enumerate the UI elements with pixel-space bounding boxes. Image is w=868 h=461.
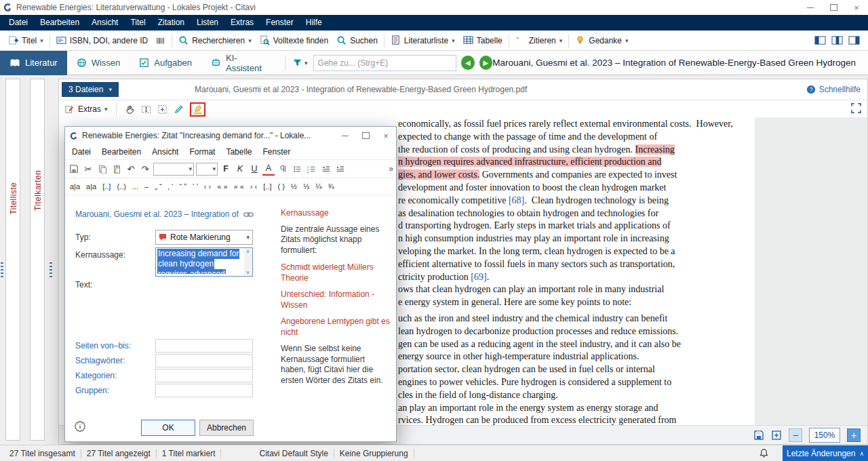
tab-literatur[interactable]: Literatur bbox=[0, 51, 67, 75]
special-char-button[interactable]: ¾ bbox=[326, 180, 336, 193]
save-copy-icon[interactable] bbox=[753, 430, 764, 441]
dialog-menu-item-datei[interactable]: Datei bbox=[66, 147, 96, 157]
quick-help-link[interactable]: ? Schnellhilfe bbox=[806, 85, 861, 94]
extras-dropdown-button[interactable]: Extras ▾ bbox=[64, 104, 108, 115]
cancel-button[interactable]: Abbrechen bbox=[199, 420, 254, 436]
goto-filter-icon[interactable]: ▾ bbox=[292, 58, 308, 68]
kategorien-label[interactable]: Kategorien: bbox=[75, 371, 117, 380]
menu-item-bearbeiten[interactable]: Bearbeiten bbox=[34, 15, 85, 31]
undo-icon[interactable]: ↶ bbox=[125, 163, 137, 175]
zitieren-button[interactable]: ” Zitieren▾ bbox=[511, 33, 567, 47]
gedanke-button[interactable]: Gedanke▾ bbox=[571, 33, 632, 47]
minimize-button[interactable] bbox=[335, 127, 355, 144]
special-char-button[interactable]: (..) bbox=[115, 180, 127, 193]
layout-split-left-icon[interactable] bbox=[814, 35, 826, 45]
underline-button[interactable]: U bbox=[248, 163, 260, 175]
special-char-button[interactable]: “ ” bbox=[178, 180, 189, 193]
scroll-up-icon[interactable]: ∧ bbox=[246, 249, 250, 254]
text-select-tool-icon[interactable] bbox=[141, 104, 151, 115]
back-button[interactable]: ◀ bbox=[461, 56, 475, 70]
seiten-input[interactable] bbox=[155, 339, 253, 353]
cut-icon[interactable]: ✂ bbox=[82, 163, 94, 175]
hand-tool-icon[interactable] bbox=[125, 104, 135, 115]
font-size-select[interactable]: ▾ bbox=[196, 163, 218, 176]
forward-button[interactable]: ▶ bbox=[479, 56, 493, 70]
menu-item-listen[interactable]: Listen bbox=[191, 15, 224, 31]
info-circle-icon[interactable] bbox=[75, 421, 85, 432]
save-icon[interactable] bbox=[68, 163, 80, 175]
special-char-button[interactable]: « » bbox=[215, 180, 229, 193]
zoom-level[interactable]: 150% bbox=[809, 428, 840, 443]
menu-item-extras[interactable]: Extras bbox=[224, 15, 260, 31]
schlagwoerter-label[interactable]: Schlagwörter: bbox=[75, 356, 125, 365]
dialog-menu-item-format[interactable]: Format bbox=[184, 147, 220, 157]
files-dropdown-button[interactable]: 3 Dateien ▾ bbox=[62, 82, 119, 97]
sidebar-tab-titelkarten[interactable]: Titelkarten bbox=[33, 170, 43, 211]
tabelle-button[interactable]: Tabelle bbox=[459, 33, 507, 47]
layout-split-center-icon[interactable] bbox=[831, 35, 843, 45]
dialog-menu-item-ansicht[interactable]: Ansicht bbox=[146, 147, 184, 157]
special-char-button[interactable]: [..] bbox=[261, 180, 273, 193]
special-char-button[interactable]: › ‹ bbox=[248, 180, 259, 193]
bullet-list-icon[interactable] bbox=[291, 163, 303, 175]
help-link[interactable]: Schmidt widerlegt Müllers Theorie bbox=[281, 262, 391, 283]
special-char-button[interactable]: ‹ › bbox=[202, 180, 213, 193]
special-char-button[interactable]: ½ bbox=[289, 180, 299, 193]
sidebar-tab-titelliste[interactable]: Titelliste bbox=[9, 182, 18, 215]
indent-icon[interactable] bbox=[334, 163, 346, 175]
kategorien-input[interactable] bbox=[155, 369, 253, 382]
special-char-button[interactable]: » « bbox=[232, 180, 246, 193]
toolbar-overflow-icon[interactable]: » bbox=[389, 164, 393, 174]
special-char-button[interactable]: „ “ bbox=[153, 180, 163, 193]
tab-aufgaben[interactable]: Aufgaben bbox=[130, 51, 201, 75]
special-char-button[interactable]: a|a bbox=[84, 180, 98, 193]
special-char-button[interactable]: a|a bbox=[68, 180, 82, 193]
pen-annotation-tool-icon[interactable] bbox=[174, 104, 184, 115]
last-changes-button[interactable]: Letzte Änderungen ∧ bbox=[783, 445, 868, 461]
fit-page-icon[interactable] bbox=[771, 430, 782, 441]
gruppen-input[interactable] bbox=[155, 384, 253, 397]
minimize-button[interactable] bbox=[799, 0, 822, 15]
paste-icon[interactable] bbox=[111, 163, 123, 175]
dialog-menu-item-tabelle[interactable]: Tabelle bbox=[220, 147, 257, 157]
tab-ki-assistent[interactable]: KI-Assistent bbox=[201, 51, 278, 75]
redo-icon[interactable]: ↷ bbox=[139, 163, 151, 175]
special-char-button[interactable]: ¼ bbox=[313, 180, 323, 193]
menu-item-fenster[interactable]: Fenster bbox=[260, 15, 300, 31]
volltexte-finden-button[interactable]: Volltexte finden bbox=[256, 33, 332, 47]
maximize-button[interactable] bbox=[822, 0, 845, 15]
dialog-menu-item-fenster[interactable]: Fenster bbox=[257, 147, 296, 157]
kernaussage-scrollbar[interactable]: ∧ ∨ bbox=[244, 249, 252, 275]
close-button[interactable]: × bbox=[376, 127, 396, 144]
help-link[interactable]: Angeborene Lerntypen gibt es nicht bbox=[281, 317, 391, 338]
barcode-scan-button[interactable] bbox=[152, 34, 170, 47]
menu-item-ansicht[interactable]: Ansicht bbox=[85, 15, 124, 31]
zoom-in-button[interactable]: + bbox=[847, 428, 861, 442]
layout-split-right-icon[interactable] bbox=[848, 35, 860, 45]
special-char-button[interactable]: ‚ ‘ bbox=[166, 180, 176, 193]
special-char-button[interactable]: ( ) bbox=[275, 180, 286, 193]
help-link[interactable]: Unterschied: Information - Wissen bbox=[281, 289, 391, 310]
special-char-button[interactable]: ‘ ’ bbox=[191, 180, 200, 193]
isbn-doi-button[interactable]: ISBN, DOI, andere ID bbox=[52, 33, 152, 47]
marquee-select-tool-icon[interactable] bbox=[157, 104, 167, 115]
special-char-button[interactable]: ⅓ bbox=[301, 180, 311, 193]
goto-input[interactable] bbox=[313, 55, 456, 71]
menu-item-hilfe[interactable]: Hilfe bbox=[300, 15, 328, 31]
special-char-button[interactable]: [..] bbox=[100, 180, 113, 193]
seiten-label[interactable]: Seiten von–bis: bbox=[75, 341, 131, 350]
gruppen-label[interactable]: Gruppen: bbox=[75, 386, 109, 395]
outdent-icon[interactable] bbox=[319, 163, 332, 175]
literaturliste-button[interactable]: Literaturliste▾ bbox=[387, 33, 459, 47]
close-button[interactable]: × bbox=[845, 0, 868, 15]
zoom-out-button[interactable]: − bbox=[789, 428, 802, 442]
typ-dropdown[interactable]: Rote Markierung ▾ bbox=[155, 230, 253, 245]
menu-item-datei[interactable]: Datei bbox=[3, 15, 34, 31]
menu-item-titel[interactable]: Titel bbox=[124, 15, 151, 31]
italic-button[interactable]: K bbox=[234, 163, 246, 175]
fullscreen-icon[interactable] bbox=[850, 102, 862, 114]
notification-bell-icon[interactable] bbox=[759, 448, 769, 458]
ok-button[interactable]: OK bbox=[141, 420, 195, 436]
splitter-grip[interactable] bbox=[1, 262, 3, 277]
kernaussage-input[interactable]: Increasing demand for clean hydrogen req… bbox=[155, 247, 253, 277]
